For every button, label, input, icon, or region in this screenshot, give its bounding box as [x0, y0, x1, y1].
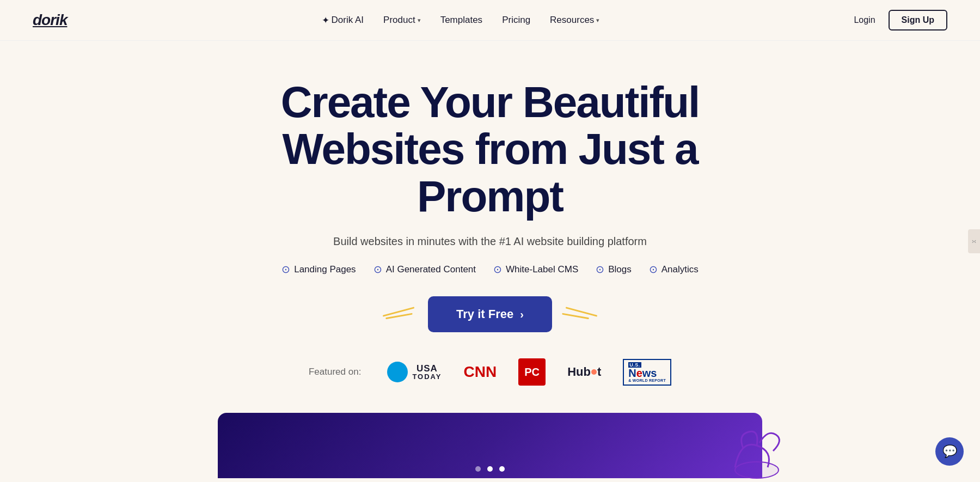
preview-dot-active	[487, 466, 493, 472]
logo[interactable]: dorik	[33, 11, 67, 29]
usnews-news: N	[628, 367, 636, 379]
try-free-label: Try it Free	[456, 307, 513, 321]
featured-section: Featured on: USA TODAY CNN PC Hub t	[309, 358, 671, 386]
feature-landing-pages: ⊙ Landing Pages	[281, 263, 356, 276]
svg-point-0	[735, 462, 779, 478]
feature-white-label-label: White-Label CMS	[506, 264, 578, 275]
feature-blogs-label: Blogs	[608, 264, 632, 275]
mascot-doodle	[702, 418, 800, 482]
hero-cta-row: Try it Free ›	[382, 296, 598, 332]
feature-ai-content: ⊙ AI Generated Content	[373, 263, 476, 276]
feature-analytics-label: Analytics	[661, 264, 699, 275]
featured-label: Featured on:	[309, 367, 361, 377]
login-button[interactable]: Login	[854, 15, 875, 25]
usatoday-usa: USA	[412, 364, 442, 373]
nav-templates-label: Templates	[440, 15, 482, 26]
feature-white-label: ⊙ White-Label CMS	[493, 263, 578, 276]
nav-item-templates[interactable]: Templates	[440, 15, 482, 26]
hero-subtitle: Build websites in minutes with the #1 AI…	[333, 235, 647, 248]
preview-dot-active	[499, 466, 505, 472]
featured-logos: USA TODAY CNN PC Hub t U.S. News & WORLD	[387, 358, 671, 386]
chevron-down-icon: ▾	[596, 17, 599, 24]
logo-usatoday: USA TODAY	[387, 362, 442, 382]
preview-dot	[475, 466, 481, 472]
nav-links: ✦ Dorik AI Product ▾ Templates Pricing R…	[322, 15, 600, 26]
hero-title: Create Your Beautiful Websites from Just…	[218, 79, 762, 220]
nav-actions: Login Sign Up	[854, 10, 947, 30]
hubspot-hub: Hub	[567, 365, 591, 379]
hero-features: ⊙ Landing Pages ⊙ AI Generated Content ⊙…	[281, 263, 699, 276]
check-icon: ⊙	[649, 263, 658, 276]
chat-bubble-button[interactable]: 💬	[935, 437, 964, 466]
nav-product-label: Product	[383, 15, 415, 26]
edge-toggle[interactable]: ›‹	[968, 229, 980, 253]
logo-hubspot: Hub t	[567, 365, 601, 379]
squiggle-line	[562, 313, 589, 320]
squiggle-left-decoration	[382, 311, 415, 318]
usnews-bottom: & WORLD REPORT	[628, 379, 666, 382]
chat-icon: 💬	[942, 444, 957, 459]
feature-ai-content-label: AI Generated Content	[386, 264, 476, 275]
logo-text: dorik	[33, 11, 67, 29]
nav-pricing-label: Pricing	[502, 15, 530, 26]
check-icon: ⊙	[373, 263, 382, 276]
ai-star-icon: ✦	[322, 15, 329, 26]
chevron-down-icon: ▾	[418, 17, 421, 24]
bottom-preview	[218, 413, 762, 478]
feature-blogs: ⊙ Blogs	[596, 263, 632, 276]
hero-section: Create Your Beautiful Websites from Just…	[0, 41, 980, 482]
try-free-button[interactable]: Try it Free ›	[428, 296, 552, 332]
feature-analytics: ⊙ Analytics	[649, 263, 699, 276]
feature-landing-pages-label: Landing Pages	[294, 264, 356, 275]
logo-pcmag: PC	[518, 358, 546, 386]
logo-cnn: CNN	[463, 363, 497, 381]
nav-resources-label: Resources	[550, 15, 594, 26]
arrow-right-icon: ›	[520, 308, 524, 321]
check-icon: ⊙	[596, 263, 604, 276]
squiggle-right-decoration	[565, 311, 598, 318]
nav-ai-label: Dorik AI	[332, 15, 364, 26]
usnews-e: e	[636, 367, 642, 379]
logo-usnews: U.S. News & WORLD REPORT	[623, 359, 671, 386]
edge-toggle-icon: ›‹	[972, 237, 976, 245]
check-icon: ⊙	[493, 263, 502, 276]
usnews-main: News	[628, 368, 657, 379]
usatoday-text: USA TODAY	[412, 364, 442, 380]
nav-item-pricing[interactable]: Pricing	[502, 15, 530, 26]
check-icon: ⊙	[281, 263, 290, 276]
nav-item-product[interactable]: Product ▾	[383, 15, 421, 26]
usatoday-dot	[387, 362, 408, 382]
signup-button[interactable]: Sign Up	[889, 10, 947, 30]
usatoday-today: TODAY	[412, 373, 442, 380]
navbar: dorik ✦ Dorik AI Product ▾ Templates Pri…	[0, 0, 980, 41]
hubspot-dot-icon	[591, 369, 597, 375]
nav-item-resources[interactable]: Resources ▾	[550, 15, 599, 26]
hubspot-spot: t	[597, 365, 601, 379]
nav-item-ai[interactable]: ✦ Dorik AI	[322, 15, 364, 26]
